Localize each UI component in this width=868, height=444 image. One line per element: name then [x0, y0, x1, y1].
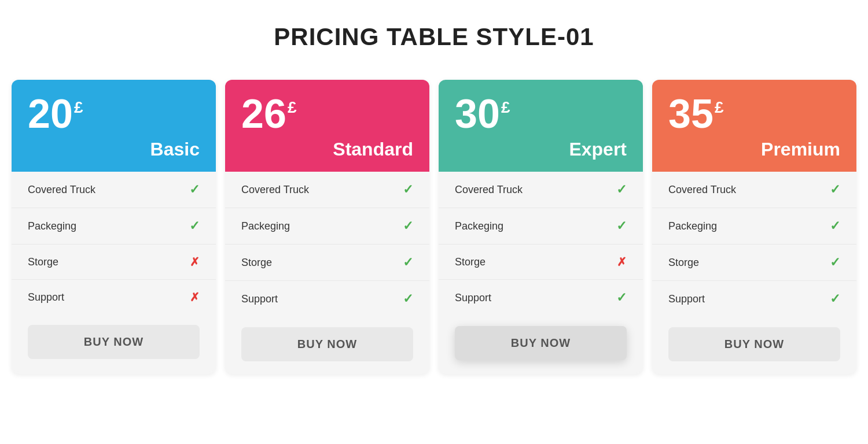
- check-icon: ✓: [189, 182, 200, 197]
- check-icon: ✓: [616, 290, 627, 305]
- header-bottom-standard: Standard: [241, 134, 413, 160]
- check-icon: ✓: [403, 182, 413, 197]
- buy-now-button-expert[interactable]: BUY NOW: [455, 326, 627, 360]
- feature-row: Storge✗: [439, 245, 643, 280]
- features-list-basic: Covered Truck✓Packeging✓Storge✗Support✗: [12, 172, 216, 314]
- plan-name-standard: Standard: [333, 134, 413, 160]
- buy-btn-wrapper-basic: BUY NOW: [12, 314, 216, 372]
- buy-btn-wrapper-expert: BUY NOW: [439, 316, 643, 373]
- price-row-standard: 26£: [241, 94, 413, 134]
- feature-name-premium-0: Covered Truck: [668, 184, 736, 196]
- feature-name-expert-0: Covered Truck: [455, 184, 523, 196]
- cross-icon: ✗: [617, 255, 627, 269]
- feature-row: Covered Truck✓: [12, 172, 216, 208]
- price-row-basic: 20£: [28, 94, 200, 134]
- cross-icon: ✗: [190, 290, 200, 304]
- check-icon: ✓: [616, 219, 627, 234]
- features-list-standard: Covered Truck✓Packeging✓Storge✓Support✓: [225, 172, 429, 317]
- feature-row: Support✗: [12, 280, 216, 314]
- card-header-expert: 30£Expert: [439, 80, 643, 172]
- pricing-card-basic: 20£BasicCovered Truck✓Packeging✓Storge✗S…: [12, 80, 216, 374]
- plan-name-expert: Expert: [569, 134, 627, 160]
- feature-row: Covered Truck✓: [225, 172, 429, 208]
- plan-name-premium: Premium: [761, 134, 840, 160]
- features-list-expert: Covered Truck✓Packeging✓Storge✗Support✓: [439, 172, 643, 316]
- feature-name-standard-1: Packeging: [241, 220, 290, 232]
- pricing-card-standard: 26£StandardCovered Truck✓Packeging✓Storg…: [225, 80, 429, 374]
- feature-name-basic-1: Packeging: [28, 220, 76, 232]
- feature-row: Covered Truck✓: [439, 172, 643, 208]
- feature-row: Packeging✓: [652, 208, 856, 245]
- feature-row: Packeging✓: [12, 208, 216, 245]
- price-number-basic: 20: [28, 94, 73, 134]
- buy-btn-wrapper-standard: BUY NOW: [225, 317, 429, 374]
- price-currency-standard: £: [288, 98, 297, 117]
- feature-row: Covered Truck✓: [652, 172, 856, 208]
- feature-row: Storge✗: [12, 245, 216, 280]
- check-icon: ✓: [403, 255, 413, 270]
- header-bottom-basic: Basic: [28, 134, 200, 160]
- feature-name-basic-2: Storge: [28, 256, 58, 268]
- page-title: PRICING TABLE STYLE-01: [274, 23, 594, 51]
- check-icon: ✓: [616, 182, 627, 197]
- pricing-card-premium: 35£PremiumCovered Truck✓Packeging✓Storge…: [652, 80, 856, 374]
- buy-now-button-basic[interactable]: BUY NOW: [28, 325, 200, 359]
- cross-icon: ✗: [190, 255, 200, 269]
- price-currency-expert: £: [501, 98, 510, 117]
- buy-now-button-standard[interactable]: BUY NOW: [241, 327, 413, 361]
- feature-name-basic-3: Support: [28, 291, 64, 304]
- feature-row: Support✓: [652, 281, 856, 317]
- price-currency-basic: £: [74, 98, 83, 117]
- feature-row: Storge✓: [652, 245, 856, 281]
- feature-name-expert-3: Support: [455, 292, 491, 304]
- price-number-premium: 35: [668, 94, 713, 134]
- feature-name-standard-2: Storge: [241, 257, 272, 269]
- feature-row: Support✓: [225, 281, 429, 317]
- check-icon: ✓: [189, 219, 200, 234]
- buy-btn-wrapper-premium: BUY NOW: [652, 317, 856, 374]
- check-icon: ✓: [403, 219, 413, 234]
- plan-name-basic: Basic: [150, 134, 200, 160]
- card-header-basic: 20£Basic: [12, 80, 216, 172]
- price-currency-premium: £: [715, 98, 724, 117]
- feature-row: Storge✓: [225, 245, 429, 281]
- price-number-standard: 26: [241, 94, 286, 134]
- feature-name-standard-3: Support: [241, 293, 278, 305]
- price-number-expert: 30: [455, 94, 500, 134]
- feature-name-expert-1: Packeging: [455, 220, 503, 232]
- feature-name-standard-0: Covered Truck: [241, 184, 309, 196]
- feature-name-premium-3: Support: [668, 293, 705, 305]
- card-header-premium: 35£Premium: [652, 80, 856, 172]
- price-row-premium: 35£: [668, 94, 840, 134]
- features-list-premium: Covered Truck✓Packeging✓Storge✓Support✓: [652, 172, 856, 317]
- check-icon: ✓: [830, 291, 840, 306]
- feature-name-premium-1: Packeging: [668, 220, 717, 232]
- feature-name-premium-2: Storge: [668, 257, 699, 269]
- feature-name-expert-2: Storge: [455, 256, 486, 268]
- header-bottom-premium: Premium: [668, 134, 840, 160]
- check-icon: ✓: [830, 255, 840, 270]
- card-header-standard: 26£Standard: [225, 80, 429, 172]
- check-icon: ✓: [403, 291, 413, 306]
- feature-row: Packeging✓: [225, 208, 429, 245]
- feature-row: Support✓: [439, 280, 643, 316]
- pricing-grid: 20£BasicCovered Truck✓Packeging✓Storge✗S…: [12, 80, 856, 374]
- feature-row: Packeging✓: [439, 208, 643, 245]
- header-bottom-expert: Expert: [455, 134, 627, 160]
- check-icon: ✓: [830, 219, 840, 234]
- pricing-card-expert: 30£ExpertCovered Truck✓Packeging✓Storge✗…: [439, 80, 643, 374]
- price-row-expert: 30£: [455, 94, 627, 134]
- feature-name-basic-0: Covered Truck: [28, 184, 95, 196]
- check-icon: ✓: [830, 182, 840, 197]
- buy-now-button-premium[interactable]: BUY NOW: [668, 327, 840, 361]
